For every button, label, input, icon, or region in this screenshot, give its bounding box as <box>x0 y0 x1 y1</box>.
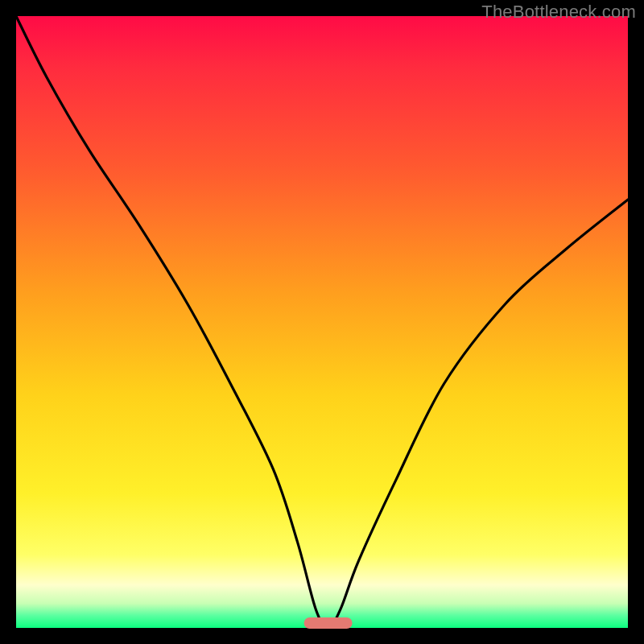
bottleneck-curve-path <box>16 16 628 628</box>
optimal-marker <box>303 617 353 629</box>
attribution-label: TheBottleneck.com <box>481 2 636 23</box>
chart-frame: TheBottleneck.com <box>0 0 644 644</box>
curve-svg <box>16 16 628 628</box>
plot-area <box>16 16 628 628</box>
